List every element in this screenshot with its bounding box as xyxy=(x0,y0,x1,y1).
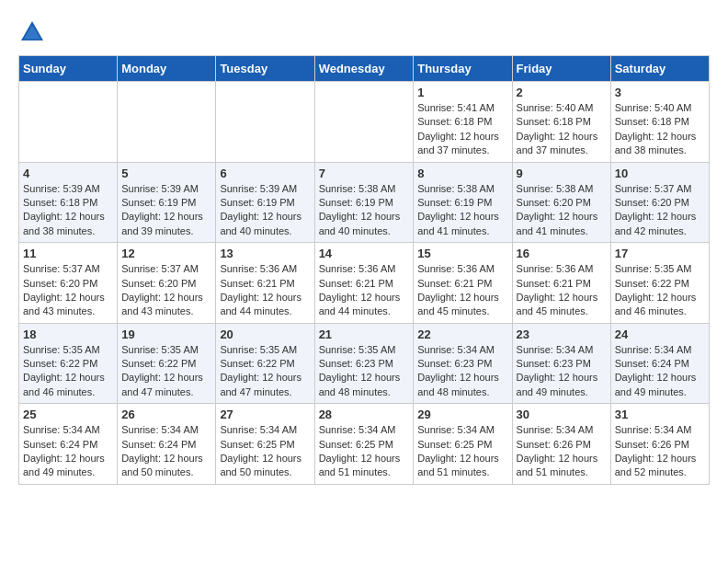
calendar-cell: 3Sunrise: 5:40 AM Sunset: 6:18 PM Daylig… xyxy=(610,82,709,163)
calendar-cell xyxy=(118,82,216,163)
day-info: Sunrise: 5:38 AM Sunset: 6:20 PM Dayligh… xyxy=(517,182,607,239)
day-info: Sunrise: 5:35 AM Sunset: 6:23 PM Dayligh… xyxy=(319,343,410,400)
day-number: 13 xyxy=(220,247,310,260)
day-info: Sunrise: 5:35 AM Sunset: 6:22 PM Dayligh… xyxy=(23,343,113,400)
day-number: 6 xyxy=(220,167,310,180)
calendar-cell: 6Sunrise: 5:39 AM Sunset: 6:19 PM Daylig… xyxy=(216,162,314,243)
header-saturday: Saturday xyxy=(610,56,709,82)
day-number: 2 xyxy=(517,86,607,99)
day-info: Sunrise: 5:38 AM Sunset: 6:19 PM Dayligh… xyxy=(417,182,507,239)
day-number: 11 xyxy=(23,247,113,260)
day-info: Sunrise: 5:35 AM Sunset: 6:22 PM Dayligh… xyxy=(615,262,705,319)
day-info: Sunrise: 5:34 AM Sunset: 6:24 PM Dayligh… xyxy=(121,423,211,480)
day-number: 9 xyxy=(517,167,607,180)
calendar-cell: 17Sunrise: 5:35 AM Sunset: 6:22 PM Dayli… xyxy=(610,243,709,324)
day-info: Sunrise: 5:34 AM Sunset: 6:23 PM Dayligh… xyxy=(417,343,507,400)
calendar-cell: 23Sunrise: 5:34 AM Sunset: 6:23 PM Dayli… xyxy=(512,323,610,404)
day-number: 24 xyxy=(615,327,705,341)
header-row: SundayMondayTuesdayWednesdayThursdayFrid… xyxy=(19,56,710,82)
calendar-cell: 15Sunrise: 5:36 AM Sunset: 6:21 PM Dayli… xyxy=(414,243,512,324)
day-number: 19 xyxy=(121,327,211,341)
header-thursday: Thursday xyxy=(414,56,512,82)
calendar-cell: 12Sunrise: 5:37 AM Sunset: 6:20 PM Dayli… xyxy=(118,243,216,324)
day-number: 14 xyxy=(319,247,410,260)
calendar-cell: 11Sunrise: 5:37 AM Sunset: 6:20 PM Dayli… xyxy=(19,243,118,324)
calendar-cell: 2Sunrise: 5:40 AM Sunset: 6:18 PM Daylig… xyxy=(512,82,610,163)
day-number: 27 xyxy=(220,408,310,421)
calendar-cell: 22Sunrise: 5:34 AM Sunset: 6:23 PM Dayli… xyxy=(414,323,512,404)
calendar-cell: 1Sunrise: 5:41 AM Sunset: 6:18 PM Daylig… xyxy=(414,82,512,163)
day-number: 16 xyxy=(517,247,607,260)
week-row-4: 25Sunrise: 5:34 AM Sunset: 6:24 PM Dayli… xyxy=(19,404,710,485)
calendar-cell: 30Sunrise: 5:34 AM Sunset: 6:26 PM Dayli… xyxy=(512,404,610,485)
header-tuesday: Tuesday xyxy=(216,56,314,82)
day-info: Sunrise: 5:36 AM Sunset: 6:21 PM Dayligh… xyxy=(220,262,310,319)
day-info: Sunrise: 5:34 AM Sunset: 6:25 PM Dayligh… xyxy=(417,423,507,480)
day-info: Sunrise: 5:40 AM Sunset: 6:18 PM Dayligh… xyxy=(615,101,705,158)
day-info: Sunrise: 5:41 AM Sunset: 6:18 PM Dayligh… xyxy=(417,101,507,158)
calendar-cell: 7Sunrise: 5:38 AM Sunset: 6:19 PM Daylig… xyxy=(314,162,414,243)
day-number: 8 xyxy=(417,167,507,180)
page: SundayMondayTuesdayWednesdayThursdayFrid… xyxy=(0,0,728,503)
day-info: Sunrise: 5:34 AM Sunset: 6:24 PM Dayligh… xyxy=(615,343,705,400)
day-number: 17 xyxy=(615,247,705,260)
day-info: Sunrise: 5:39 AM Sunset: 6:19 PM Dayligh… xyxy=(220,182,310,239)
day-info: Sunrise: 5:35 AM Sunset: 6:22 PM Dayligh… xyxy=(121,343,211,400)
calendar-cell: 31Sunrise: 5:34 AM Sunset: 6:26 PM Dayli… xyxy=(610,404,709,485)
calendar-cell xyxy=(216,82,314,163)
calendar-cell: 28Sunrise: 5:34 AM Sunset: 6:25 PM Dayli… xyxy=(314,404,414,485)
calendar-cell: 29Sunrise: 5:34 AM Sunset: 6:25 PM Dayli… xyxy=(414,404,512,485)
week-row-2: 11Sunrise: 5:37 AM Sunset: 6:20 PM Dayli… xyxy=(19,243,710,324)
day-number: 3 xyxy=(615,86,705,99)
calendar-cell xyxy=(314,82,414,163)
logo-icon xyxy=(18,18,46,46)
calendar-cell xyxy=(19,82,118,163)
day-number: 31 xyxy=(615,408,705,421)
day-info: Sunrise: 5:34 AM Sunset: 6:23 PM Dayligh… xyxy=(517,343,607,400)
day-info: Sunrise: 5:34 AM Sunset: 6:25 PM Dayligh… xyxy=(220,423,310,480)
day-number: 25 xyxy=(23,408,113,421)
calendar-cell: 8Sunrise: 5:38 AM Sunset: 6:19 PM Daylig… xyxy=(414,162,512,243)
logo xyxy=(18,18,51,46)
calendar-cell: 14Sunrise: 5:36 AM Sunset: 6:21 PM Dayli… xyxy=(314,243,414,324)
day-info: Sunrise: 5:35 AM Sunset: 6:22 PM Dayligh… xyxy=(220,343,310,400)
day-number: 30 xyxy=(517,408,607,421)
week-row-1: 4Sunrise: 5:39 AM Sunset: 6:18 PM Daylig… xyxy=(19,162,710,243)
day-number: 29 xyxy=(417,408,507,421)
header xyxy=(18,18,710,46)
calendar-cell: 9Sunrise: 5:38 AM Sunset: 6:20 PM Daylig… xyxy=(512,162,610,243)
day-number: 21 xyxy=(319,327,410,341)
day-info: Sunrise: 5:36 AM Sunset: 6:21 PM Dayligh… xyxy=(319,262,410,319)
calendar-cell: 21Sunrise: 5:35 AM Sunset: 6:23 PM Dayli… xyxy=(314,323,414,404)
day-number: 5 xyxy=(121,167,211,180)
day-info: Sunrise: 5:36 AM Sunset: 6:21 PM Dayligh… xyxy=(417,262,507,319)
day-number: 7 xyxy=(319,167,410,180)
header-sunday: Sunday xyxy=(19,56,118,82)
calendar-cell: 24Sunrise: 5:34 AM Sunset: 6:24 PM Dayli… xyxy=(610,323,709,404)
day-number: 1 xyxy=(417,86,507,99)
header-friday: Friday xyxy=(512,56,610,82)
day-number: 4 xyxy=(23,167,113,180)
day-info: Sunrise: 5:40 AM Sunset: 6:18 PM Dayligh… xyxy=(517,101,607,158)
day-info: Sunrise: 5:37 AM Sunset: 6:20 PM Dayligh… xyxy=(23,262,113,319)
calendar-cell: 4Sunrise: 5:39 AM Sunset: 6:18 PM Daylig… xyxy=(19,162,118,243)
calendar-cell: 27Sunrise: 5:34 AM Sunset: 6:25 PM Dayli… xyxy=(216,404,314,485)
calendar-table: SundayMondayTuesdayWednesdayThursdayFrid… xyxy=(18,55,710,485)
calendar-cell: 26Sunrise: 5:34 AM Sunset: 6:24 PM Dayli… xyxy=(118,404,216,485)
day-number: 22 xyxy=(417,327,507,341)
header-wednesday: Wednesday xyxy=(314,56,414,82)
calendar-cell: 10Sunrise: 5:37 AM Sunset: 6:20 PM Dayli… xyxy=(610,162,709,243)
day-info: Sunrise: 5:34 AM Sunset: 6:26 PM Dayligh… xyxy=(517,423,607,480)
calendar-cell: 5Sunrise: 5:39 AM Sunset: 6:19 PM Daylig… xyxy=(118,162,216,243)
calendar-cell: 25Sunrise: 5:34 AM Sunset: 6:24 PM Dayli… xyxy=(19,404,118,485)
day-number: 28 xyxy=(319,408,410,421)
day-number: 18 xyxy=(23,327,113,341)
week-row-0: 1Sunrise: 5:41 AM Sunset: 6:18 PM Daylig… xyxy=(19,82,710,163)
day-info: Sunrise: 5:39 AM Sunset: 6:19 PM Dayligh… xyxy=(121,182,211,239)
calendar-cell: 19Sunrise: 5:35 AM Sunset: 6:22 PM Dayli… xyxy=(118,323,216,404)
day-number: 10 xyxy=(615,167,705,180)
day-number: 12 xyxy=(121,247,211,260)
day-info: Sunrise: 5:38 AM Sunset: 6:19 PM Dayligh… xyxy=(319,182,410,239)
calendar-cell: 18Sunrise: 5:35 AM Sunset: 6:22 PM Dayli… xyxy=(19,323,118,404)
day-info: Sunrise: 5:34 AM Sunset: 6:25 PM Dayligh… xyxy=(319,423,410,480)
